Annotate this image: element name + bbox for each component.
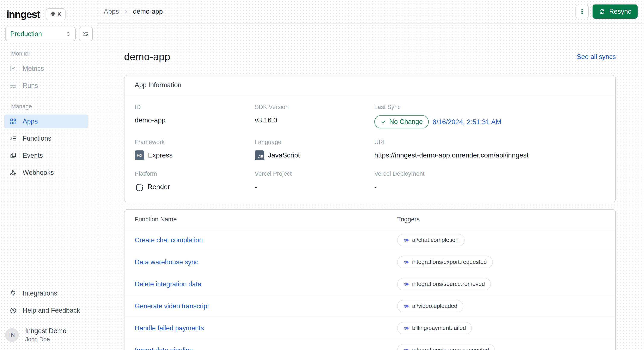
content-column: Apps demo-app Resync (98, 0, 644, 350)
sidebar-item-label: Integrations (23, 289, 57, 297)
sync-icon (599, 8, 606, 15)
trigger-badge[interactable]: integrations/source.removed (397, 278, 491, 290)
function-list-icon (10, 135, 17, 142)
sidebar-item-label: Help and Feedback (23, 307, 80, 314)
see-all-syncs-link[interactable]: See all syncs (577, 53, 616, 61)
app-information-title: App Information (124, 75, 616, 95)
column-function-name: Function Name (135, 216, 397, 223)
apps-grid-icon (10, 118, 17, 125)
field-label: Language (255, 139, 374, 146)
trigger-badge[interactable]: ai/chat.completion (397, 234, 465, 246)
user-info: Inngest Demo John Doe (25, 327, 66, 343)
sliders-icon (82, 31, 89, 37)
sidebar-item-label: Functions (23, 135, 51, 142)
function-link[interactable]: Delete integration data (135, 280, 397, 288)
field-last-sync: Last Sync No Change 8/16/2024, 2:51:31 A… (374, 104, 605, 128)
sidebar-item-help-feedback[interactable]: Help and Feedback (4, 304, 88, 317)
field-vercel-project: Vercel Project - (255, 170, 374, 192)
trigger-badge[interactable]: billing/payment.failed (397, 322, 472, 334)
functions-table-card: Function Name Triggers Create chat compl… (124, 209, 616, 350)
sidebar-item-label: Webhooks (23, 169, 54, 176)
event-trigger-icon (403, 259, 409, 265)
more-options-button[interactable] (576, 5, 589, 18)
function-link[interactable]: Handle failed payments (135, 324, 397, 332)
no-change-status-badge[interactable]: No Change (374, 115, 429, 128)
trigger-badge[interactable]: integrations/source.connected (397, 344, 495, 350)
trigger-badge[interactable]: integrations/export.requested (397, 256, 493, 268)
sidebar-item-functions[interactable]: Functions (4, 132, 88, 145)
resync-button[interactable]: Resync (592, 5, 638, 19)
event-trigger-icon (403, 281, 409, 287)
field-label: Framework (135, 139, 255, 146)
table-row: Handle failed payments billing/payment.f… (124, 317, 616, 339)
sidebar: inngest ⌘ K Production Monitor (0, 0, 98, 350)
function-link[interactable]: Create chat completion (135, 236, 397, 244)
functions-table-header: Function Name Triggers (124, 210, 616, 229)
plug-icon (10, 290, 17, 297)
windows-copy-icon (10, 152, 17, 159)
avatar: IN (5, 328, 19, 342)
event-trigger-icon (403, 303, 409, 309)
event-trigger-icon (403, 237, 409, 243)
breadcrumb-current: demo-app (133, 8, 163, 15)
event-trigger-icon (403, 347, 409, 350)
table-row: Create chat completion ai/chat.completio… (124, 229, 616, 251)
app-id-value: demo-app (135, 116, 166, 124)
function-link[interactable]: Generate video transcript (135, 302, 397, 310)
inngest-logo: inngest (6, 9, 40, 20)
app-information-grid: ID demo-app SDK Version v3.16.0 Last Syn… (124, 95, 616, 202)
trigger-badge[interactable]: ai/video.uploaded (397, 300, 463, 312)
trigger-name: integrations/source.connected (412, 347, 489, 350)
breadcrumb-apps-link[interactable]: Apps (104, 8, 119, 15)
user-org-name: Inngest Demo (25, 327, 66, 335)
field-url: URL https://inngest-demo-app.onrender.co… (374, 139, 605, 160)
table-row: Data warehouse sync integrations/export.… (124, 251, 616, 273)
resync-label: Resync (609, 8, 631, 15)
field-id: ID demo-app (135, 104, 255, 128)
sidebar-item-webhooks[interactable]: Webhooks (4, 166, 88, 179)
field-sdk-version: SDK Version v3.16.0 (255, 104, 374, 128)
field-framework: Framework ex Express (135, 139, 255, 160)
table-row: Generate video transcript ai/video.uploa… (124, 295, 616, 317)
breadcrumb: Apps demo-app (104, 8, 163, 15)
vercel-project-value: - (255, 183, 257, 191)
app-root: inngest ⌘ K Production Monitor (0, 0, 644, 350)
express-icon: ex (135, 150, 144, 160)
sidebar-item-label: Metrics (23, 65, 44, 73)
monitor-section-label: Monitor (11, 51, 98, 57)
topbar-actions: Resync (576, 5, 638, 19)
vercel-deployment-value: - (374, 183, 377, 191)
sidebar-item-runs[interactable]: Runs (4, 79, 88, 93)
manage-section-label: Manage (11, 103, 98, 110)
field-platform: Platform Render (135, 170, 255, 192)
function-link[interactable]: Import data pipeline (135, 346, 397, 350)
environment-value: Production (10, 30, 42, 38)
sidebar-item-events[interactable]: Events (4, 149, 88, 162)
nav-section-monitor: Monitor Metrics Runs (0, 51, 98, 93)
last-sync-timestamp-link[interactable]: 8/16/2024, 2:51:31 AM (432, 118, 501, 126)
field-label: SDK Version (255, 104, 374, 111)
status-text: No Change (389, 118, 423, 126)
field-label: Vercel Deployment (374, 170, 605, 177)
sidebar-item-apps[interactable]: Apps (4, 115, 88, 128)
trigger-name: billing/payment.failed (412, 325, 466, 331)
environment-row: Production (0, 27, 98, 41)
nav-section-manage: Manage Apps Functions (0, 103, 98, 179)
environment-filter-button[interactable] (79, 27, 93, 41)
trigger-name: integrations/export.requested (412, 259, 487, 265)
shortcut-keys-label: ⌘ K (50, 11, 62, 18)
command-k-shortcut[interactable]: ⌘ K (46, 8, 66, 20)
user-menu[interactable]: IN Inngest Demo John Doe (0, 322, 98, 348)
url-value: https://inngest-demo-app.onrender.com/ap… (374, 151, 528, 159)
main-content: demo-app See all syncs App Information I… (98, 24, 644, 350)
function-link[interactable]: Data warehouse sync (135, 258, 397, 266)
sidebar-item-integrations[interactable]: Integrations (4, 286, 88, 300)
sidebar-item-metrics[interactable]: Metrics (4, 62, 88, 75)
environment-select[interactable]: Production (5, 27, 76, 41)
list-dashes-icon (10, 82, 17, 89)
trigger-name: integrations/source.removed (412, 281, 485, 287)
sdk-version-value: v3.16.0 (255, 116, 277, 124)
sidebar-item-label: Runs (23, 82, 38, 90)
chevron-up-down-icon (65, 31, 71, 37)
field-label: Vercel Project (255, 170, 374, 177)
